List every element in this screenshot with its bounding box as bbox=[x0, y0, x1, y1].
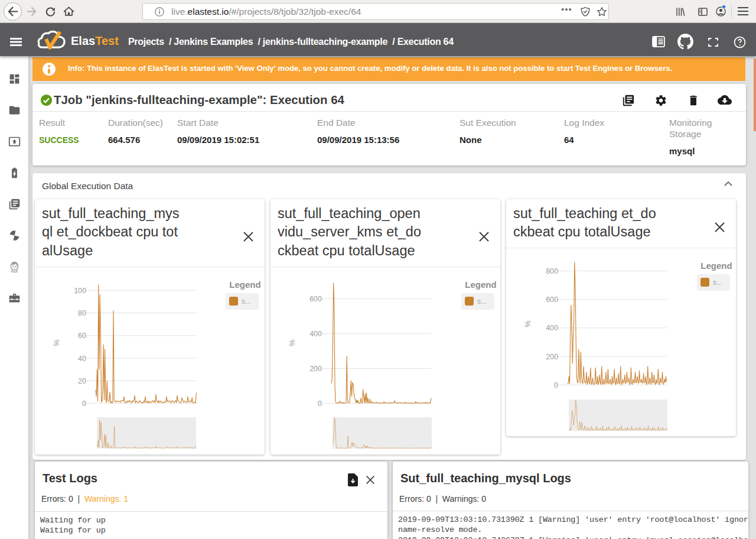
svg-text:100: 100 bbox=[74, 287, 86, 295]
svg-text:%: % bbox=[52, 339, 61, 346]
svg-text:Legend: Legend bbox=[700, 261, 732, 271]
svg-text:Legend: Legend bbox=[465, 280, 496, 290]
svg-text:s...: s... bbox=[242, 297, 251, 306]
svg-text:60: 60 bbox=[78, 332, 86, 340]
svg-text:200: 200 bbox=[309, 365, 322, 373]
svg-text:20: 20 bbox=[78, 377, 86, 385]
svg-text:40: 40 bbox=[78, 355, 86, 363]
svg-text:Legend: Legend bbox=[229, 280, 260, 290]
svg-text:%: % bbox=[288, 339, 296, 346]
svg-text:600: 600 bbox=[546, 296, 558, 304]
svg-text:0: 0 bbox=[82, 400, 86, 408]
svg-text:200: 200 bbox=[546, 353, 558, 361]
svg-text:%: % bbox=[523, 320, 532, 327]
svg-text:0: 0 bbox=[554, 381, 558, 389]
svg-text:400: 400 bbox=[309, 330, 322, 338]
svg-text:400: 400 bbox=[546, 324, 558, 332]
svg-text:0: 0 bbox=[318, 400, 322, 408]
svg-text:800: 800 bbox=[546, 267, 558, 275]
svg-text:s...: s... bbox=[713, 278, 722, 287]
svg-text:s...: s... bbox=[477, 297, 487, 306]
svg-text:80: 80 bbox=[78, 309, 86, 317]
svg-text:600: 600 bbox=[309, 295, 322, 303]
